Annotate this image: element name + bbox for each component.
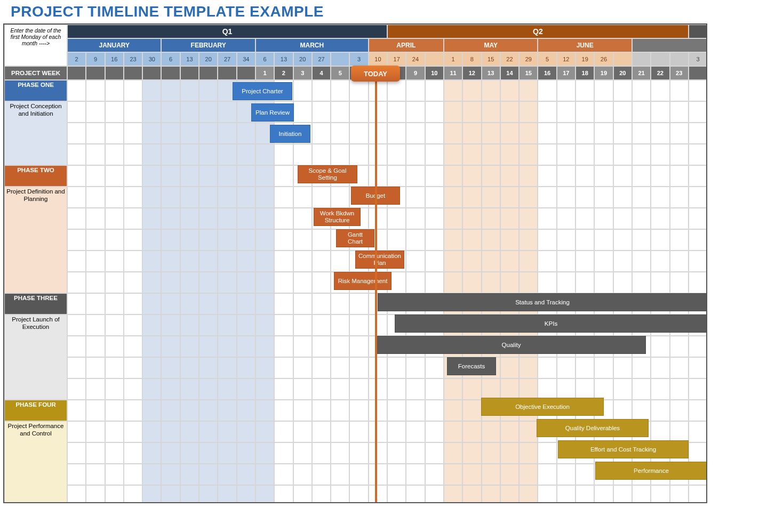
task-status-tracking: Status and Tracking — [378, 293, 707, 311]
day-3: 23 — [124, 52, 142, 66]
week-23: 14 — [500, 66, 519, 80]
phase-one-sub: Project Conception and Initiation — [4, 101, 67, 165]
week-22: 13 — [482, 66, 500, 80]
day-11: 13 — [274, 52, 293, 66]
task-quality-deliverables: Quality Deliverables — [537, 419, 649, 437]
month-march: MARCH — [255, 38, 369, 52]
day-16: 10 — [369, 52, 387, 66]
task-plan-review: Plan Review — [251, 103, 294, 122]
task-performance: Performance — [595, 462, 707, 480]
week-4 — [142, 66, 161, 80]
day-28: 26 — [594, 52, 613, 66]
task-forecasts: Forecasts — [447, 357, 496, 375]
day-29 — [613, 52, 632, 66]
day-8: 27 — [218, 52, 236, 66]
day-2: 16 — [105, 52, 124, 66]
phase-three-label: PHASE THREE — [4, 293, 67, 315]
week-8 — [218, 66, 236, 80]
phase-four-label: PHASE FOUR — [4, 400, 67, 421]
quarter-q1: Q1 — [67, 25, 387, 38]
week-9 — [237, 66, 255, 80]
day-7: 20 — [199, 52, 218, 66]
week-24: 15 — [519, 66, 538, 80]
day-20: 1 — [444, 52, 462, 66]
day-10: 6 — [255, 52, 274, 66]
month-june: JUNE — [538, 38, 632, 52]
week-0 — [67, 66, 86, 80]
task-project-charter: Project Charter — [233, 82, 292, 100]
week-31: 22 — [651, 66, 669, 80]
day-30 — [632, 52, 651, 66]
week-7 — [199, 66, 218, 80]
month-may: MAY — [444, 38, 538, 52]
task-gantt-chart: Gantt Chart — [336, 229, 374, 247]
day-22: 15 — [482, 52, 500, 66]
task-wbs: Work Bkdwn Structure — [314, 208, 361, 226]
day-21: 8 — [462, 52, 481, 66]
day-1: 9 — [86, 52, 105, 66]
week-14: 5 — [331, 66, 349, 80]
week-21: 12 — [462, 66, 481, 80]
phase-two-label: PHASE TWO — [4, 165, 67, 187]
week-20: 11 — [444, 66, 462, 80]
week-11: 2 — [274, 66, 293, 80]
month-july — [632, 38, 707, 52]
day-17: 17 — [387, 52, 406, 66]
week-33 — [689, 66, 707, 80]
day-12: 20 — [293, 52, 312, 66]
task-quality: Quality — [377, 336, 646, 354]
day-5: 6 — [161, 52, 180, 66]
page-title: PROJECT TIMELINE TEMPLATE EXAMPLE — [11, 3, 783, 20]
day-6: 13 — [180, 52, 199, 66]
week-18: 9 — [406, 66, 425, 80]
task-comm-plan: Communication Plan — [355, 251, 404, 269]
day-4: 30 — [142, 52, 161, 66]
day-19 — [425, 52, 444, 66]
task-objective-execution: Objective Execution — [481, 398, 604, 416]
task-effort-cost: Effort and Cost Tracking — [558, 440, 689, 458]
task-scope-goal: Scope & Goal Setting — [298, 165, 357, 183]
today-line — [375, 80, 377, 503]
timeline-frame: Enter the date of the first Monday of ea… — [3, 23, 707, 503]
week-26: 17 — [557, 66, 576, 80]
month-april: APRIL — [369, 38, 444, 52]
week-13: 4 — [312, 66, 331, 80]
week-27: 18 — [576, 66, 594, 80]
task-risk-mgmt: Risk Management — [334, 272, 392, 290]
day-0: 2 — [67, 52, 86, 66]
month-january: JANUARY — [67, 38, 161, 52]
week-19: 10 — [425, 66, 444, 80]
phase-two-sub: Project Definition and Planning — [4, 187, 67, 293]
day-25: 5 — [538, 52, 556, 66]
day-26: 12 — [557, 52, 576, 66]
phase-one-label: PHASE ONE — [4, 80, 67, 101]
day-15: 3 — [349, 52, 368, 66]
day-13: 27 — [312, 52, 331, 66]
week-28: 19 — [594, 66, 613, 80]
task-kpis: KPIs — [395, 315, 707, 333]
month-february: FEBRUARY — [161, 38, 255, 52]
quarter-q3 — [689, 25, 707, 38]
day-27: 19 — [576, 52, 594, 66]
day-14 — [331, 52, 349, 66]
week-12: 3 — [293, 66, 312, 80]
phase-three-sub: Project Launch of Execution — [4, 315, 67, 400]
week-29: 20 — [613, 66, 632, 80]
week-6 — [180, 66, 199, 80]
week-2 — [105, 66, 124, 80]
enter-date-note: Enter the date of the first Monday of ea… — [4, 25, 67, 66]
today-marker: TODAY — [351, 66, 400, 82]
project-week-label: PROJECT WEEK — [4, 66, 67, 80]
gantt-overlay: Project Charter Plan Review Initiation S… — [67, 80, 706, 502]
quarter-q2: Q2 — [387, 25, 689, 38]
day-24: 29 — [519, 52, 538, 66]
phase-four-sub: Project Performance and Control — [4, 421, 67, 503]
week-3 — [124, 66, 142, 80]
week-10: 1 — [255, 66, 274, 80]
day-23: 22 — [500, 52, 519, 66]
day-31 — [651, 52, 669, 66]
day-32 — [670, 52, 689, 66]
week-32: 23 — [670, 66, 689, 80]
week-5 — [161, 66, 180, 80]
week-1 — [86, 66, 105, 80]
